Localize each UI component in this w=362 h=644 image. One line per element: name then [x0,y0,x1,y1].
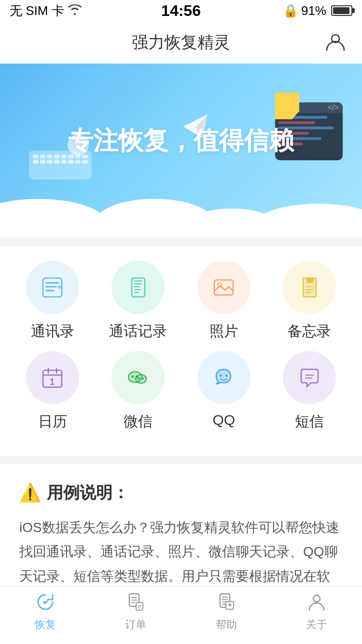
note-decoration [275,93,299,119]
tab-recover-label: 恢复 [35,617,56,632]
warning-icon: ⚠️ [19,483,41,503]
grid-item-photos[interactable]: 照片 [185,261,263,341]
indicator-3[interactable] [190,207,197,213]
carrier-text: 无 SIM 卡 [10,2,64,19]
grid-item-calls[interactable]: 通话记录 [99,261,177,341]
photos-label: 照片 [209,322,238,341]
tab-bar: 恢复 订单 帮助 [0,586,362,644]
help-icon [214,589,239,615]
grid-item-wechat[interactable]: 微信 [99,351,177,432]
tab-orders[interactable]: 订单 [91,589,181,632]
battery-percent: 91% [301,3,326,18]
nav-bar: 强力恢复精灵 [0,21,362,64]
contacts-label: 通讯录 [31,322,74,341]
feature-grid: 通讯录 通话记录 照片 [0,246,362,456]
grid-item-contacts[interactable]: 通讯录 [14,261,91,341]
desc-title-row: ⚠️ 用例说明： [19,482,343,504]
svg-rect-10 [306,278,313,283]
user-profile-button[interactable] [323,30,348,55]
banner-slogan: 专注恢复，值得信赖 [68,124,294,158]
calls-label: 通话记录 [109,322,167,341]
recover-icon [33,589,58,615]
status-time: 14:56 [161,2,201,20]
cloud-bottom [0,194,362,238]
wechat-label: 微信 [124,412,153,432]
grid-item-notes[interactable]: 备忘录 [271,261,348,341]
qq-label: QQ [212,412,235,428]
banner: </> 专注恢复，值得信赖 [0,64,362,238]
svg-point-28 [313,595,320,602]
wechat-icon [111,351,165,404]
calendar-icon: 1 [26,351,79,404]
notes-label: 备忘录 [288,322,331,341]
grid-item-calendar[interactable]: 1 日历 [14,351,91,432]
svg-point-22 [225,374,228,377]
photos-icon [197,261,251,314]
svg-point-19 [138,378,140,379]
status-bar: 无 SIM 卡 14:56 🔒 91% [0,0,362,21]
qq-icon [197,351,251,404]
indicator-1[interactable] [165,207,172,213]
grid-row-2: 1 日历 微 [0,351,362,432]
battery-icon [331,5,352,16]
tab-help[interactable]: 帮助 [181,589,272,632]
tab-recover[interactable]: 恢复 [0,589,91,632]
grid-item-sms[interactable]: 短信 [271,351,348,432]
grid-item-qq[interactable]: QQ [185,351,263,432]
svg-point-20 [142,378,144,379]
lock-icon: 🔒 [283,3,298,18]
sms-label: 短信 [295,412,324,432]
nav-title: 强力恢复精灵 [132,31,230,54]
orders-icon [123,589,148,615]
tab-orders-label: 订单 [125,617,146,632]
svg-point-21 [220,374,222,377]
desc-title-text: 用例说明： [47,482,129,504]
tab-help-label: 帮助 [216,617,237,632]
banner-indicators [165,207,197,213]
calls-icon [111,261,165,314]
status-left: 无 SIM 卡 [10,2,82,19]
svg-text:1: 1 [50,377,55,387]
wifi-icon [68,3,82,18]
notes-icon [283,261,336,314]
indicator-2[interactable] [178,207,184,213]
status-right: 🔒 91% [283,3,352,18]
grid-row-1: 通讯录 通话记录 照片 [0,261,362,341]
tab-about[interactable]: 关于 [272,589,362,632]
tab-about-label: 关于 [306,617,327,632]
svg-rect-25 [136,602,143,610]
sms-icon [283,351,336,404]
svg-point-15 [131,375,134,378]
calendar-label: 日历 [38,412,67,432]
contacts-icon [26,261,79,314]
about-icon [304,589,329,615]
